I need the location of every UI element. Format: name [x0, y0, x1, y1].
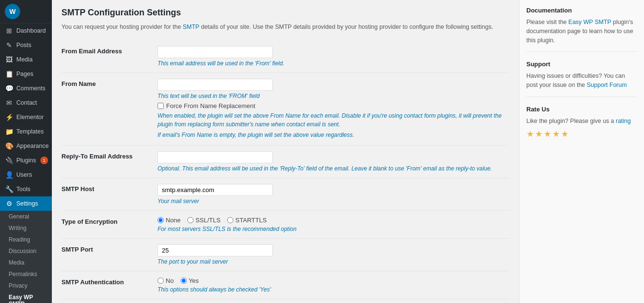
permalinks-label: Permalinks: [9, 271, 37, 278]
sidebar-item-label: Users: [16, 171, 32, 178]
pages-icon: 📋: [5, 70, 13, 78]
sidebar-item-comments[interactable]: 💬 Comments: [0, 81, 52, 96]
reading-label: Reading: [9, 236, 30, 243]
field-label-from-email: From Email Address: [61, 40, 158, 73]
force-from-name-note1: When enabled, the plugin will set the ab…: [158, 111, 510, 129]
sidebar-item-label: Tools: [16, 186, 30, 193]
sidebar-item-templates[interactable]: 📁 Templates: [0, 124, 52, 139]
encryption-none-radio[interactable]: [158, 217, 164, 223]
encryption-hint: For most servers SSL/TLS is the recommen…: [158, 226, 510, 232]
smtp-link[interactable]: SMTP: [182, 24, 199, 30]
settings-icon: ⚙: [5, 200, 13, 207]
smtp-port-hint: The port to your mail server: [158, 258, 510, 265]
sidebar-item-media[interactable]: 🖼 Media: [0, 52, 52, 67]
table-row: Reply-To Email Address Optional. This em…: [61, 145, 510, 178]
settings-arrow: [49, 201, 52, 206]
wp-logo-icon: W: [5, 4, 20, 19]
auth-hint: This options should always be checked 'Y…: [158, 286, 510, 293]
users-icon: 👤: [5, 171, 13, 179]
field-label-encryption: Type of Encryption: [61, 210, 158, 238]
support-text: Having issues or difficulties? You can p…: [526, 72, 637, 90]
sidebar-item-tools[interactable]: 🔧 Tools: [0, 182, 52, 196]
field-label-smtp-auth: SMTP Authentication: [61, 271, 158, 299]
posts-icon: ✎: [5, 41, 13, 49]
force-from-name-label: Force From Name Replacement: [166, 102, 255, 109]
encryption-radio-group: None SSL/TLS STARTTLS: [158, 217, 510, 224]
page-description: You can request your hosting provider fo…: [61, 23, 510, 32]
sidebar-item-appearance[interactable]: 🎨 Appearance: [0, 139, 52, 153]
elementor-icon: ⚡: [5, 113, 13, 121]
sidebar-item-privacy[interactable]: Privacy: [0, 280, 52, 291]
support-forum-link[interactable]: Support Forum: [587, 82, 627, 88]
settings-submenu: General Writing Reading Discussion Media…: [0, 211, 52, 303]
right-sidebar: Documentation Please visit the Easy WP S…: [519, 0, 644, 303]
auth-no-radio[interactable]: [158, 278, 164, 284]
smtp-port-input[interactable]: [158, 244, 273, 256]
auth-yes-label[interactable]: Yes: [181, 277, 199, 284]
sidebar-item-label: Posts: [16, 42, 31, 48]
auth-radio-group: No Yes: [158, 277, 510, 284]
sidebar-item-pages[interactable]: 📋 Pages: [0, 67, 52, 81]
smtp-form-table: From Email Address This email address wi…: [61, 40, 510, 303]
rate-us-text: Like the plugin? Please give us a rating: [526, 117, 637, 126]
from-name-hint: This text will be used in the 'FROM' fie…: [158, 93, 510, 99]
sidebar-item-elementor[interactable]: ⚡ Elementor: [0, 110, 52, 124]
table-row: Type of Encryption None SSL/TLS: [61, 210, 510, 238]
force-from-name-note2: If email's From Name is empty, the plugi…: [158, 131, 510, 139]
media-icon: 🖼: [5, 56, 13, 63]
support-section: Support Having issues or difficulties? Y…: [526, 61, 637, 97]
encryption-ssltls-label[interactable]: SSL/TLS: [187, 217, 220, 224]
plugins-icon: 🔌: [5, 157, 13, 164]
sidebar-item-plugins[interactable]: 🔌 Plugins 1: [0, 153, 52, 168]
dashboard-icon: ⊞: [5, 27, 13, 35]
encryption-none-label[interactable]: None: [158, 217, 181, 224]
auth-no-label[interactable]: No: [158, 277, 174, 284]
general-label: General: [9, 213, 29, 220]
sidebar-item-permalinks[interactable]: Permalinks: [0, 268, 52, 280]
smtp-host-input[interactable]: [158, 184, 273, 196]
sidebar-logo: W: [0, 0, 52, 24]
sidebar-item-writing[interactable]: Writing: [0, 222, 52, 234]
documentation-section: Documentation Please visit the Easy WP S…: [526, 7, 637, 52]
sidebar-item-users[interactable]: 👤 Users: [0, 168, 52, 182]
replyto-email-input[interactable]: [158, 151, 273, 163]
sidebar-item-label: Elementor: [16, 114, 44, 121]
encryption-starttls-label[interactable]: STARTTLS: [227, 217, 267, 224]
sidebar-item-dashboard[interactable]: ⊞ Dashboard: [0, 24, 52, 38]
from-email-input[interactable]: [158, 46, 273, 58]
smtp-host-hint: Your mail server: [158, 198, 510, 205]
auth-yes-radio[interactable]: [181, 278, 187, 284]
templates-icon: 📁: [5, 128, 13, 135]
sidebar-item-easy-wp-smtp[interactable]: Easy WP SMTP: [0, 291, 52, 303]
table-row: SMTP Host Your mail server: [61, 178, 510, 210]
field-label-smtp-username: SMTP Username: [61, 299, 158, 303]
rate-us-section: Rate Us Like the plugin? Please give us …: [526, 106, 637, 146]
sidebar-item-media-sub[interactable]: Media: [0, 257, 52, 268]
rating-link[interactable]: rating: [616, 118, 631, 124]
field-label-smtp-port: SMTP Port: [61, 238, 158, 271]
field-label-replyto: Reply-To Email Address: [61, 145, 158, 178]
table-row: SMTP Username The username to login to y…: [61, 299, 510, 303]
table-row: From Email Address This email address wi…: [61, 40, 510, 73]
from-name-input[interactable]: [158, 79, 273, 91]
encryption-starttls-radio[interactable]: [227, 217, 233, 223]
table-row: SMTP Authentication No Yes This options: [61, 271, 510, 299]
sidebar-item-contact[interactable]: ✉ Contact: [0, 96, 52, 110]
discussion-label: Discussion: [9, 248, 36, 255]
force-from-name-checkbox[interactable]: [158, 103, 164, 109]
sidebar-item-settings[interactable]: ⚙ Settings: [0, 196, 52, 211]
encryption-ssltls-radio[interactable]: [187, 217, 194, 223]
force-from-name-checkbox-label[interactable]: Force From Name Replacement: [158, 102, 510, 109]
sidebar-item-posts[interactable]: ✎ Posts: [0, 38, 52, 52]
sidebar-item-label: Appearance: [16, 143, 49, 149]
sidebar-item-discussion[interactable]: Discussion: [0, 245, 52, 257]
sidebar: W ⊞ Dashboard ✎ Posts 🖼 Media 📋 Pages 💬 …: [0, 0, 52, 303]
rating-stars: ★★★★★: [526, 129, 637, 139]
privacy-label: Privacy: [9, 282, 27, 289]
sidebar-item-label: Contact: [16, 99, 37, 106]
sidebar-item-reading[interactable]: Reading: [0, 234, 52, 245]
easy-wp-smtp-doc-link[interactable]: Easy WP SMTP: [569, 19, 611, 25]
sidebar-item-general[interactable]: General: [0, 211, 52, 222]
sidebar-item-label: Comments: [16, 85, 45, 92]
replyto-hint: Optional. This email address will be use…: [158, 165, 510, 172]
